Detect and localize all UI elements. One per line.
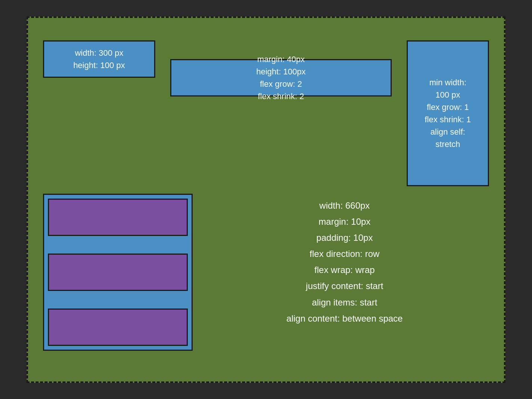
desc-line2: margin: 10px xyxy=(319,217,371,227)
desc-line3: padding: 10px xyxy=(317,233,373,243)
box3-line2: 100 px xyxy=(435,90,460,99)
desc-line5: flex wrap: wrap xyxy=(314,265,374,275)
box1-line1: width: 300 px xyxy=(75,48,123,58)
bottom-text-area: width: 660px margin: 10px padding: 10px … xyxy=(196,190,493,334)
box-2-text: margin: 40px height: 100px flex grow: 2 … xyxy=(256,53,306,102)
desc-line4: flex direction: row xyxy=(310,249,380,259)
bottom-description: width: 660px margin: 10px padding: 10px … xyxy=(287,197,403,327)
bottom-row: width: 660px margin: 10px padding: 10px … xyxy=(39,190,493,370)
box2-line1: margin: 40px xyxy=(257,55,305,64)
box2-line3: flex grow: 2 xyxy=(260,79,302,89)
top-row: width: 300 px height: 100 px margin: 40p… xyxy=(39,29,493,186)
desc-line7: align items: start xyxy=(312,297,377,307)
purple-box-2 xyxy=(48,254,188,291)
purple-box-1 xyxy=(48,199,188,236)
desc-line8: align content: between space xyxy=(287,313,403,323)
box-1-text: width: 300 px height: 100 px xyxy=(73,47,125,71)
box3-line5: align self: xyxy=(431,127,465,136)
box1-line2: height: 100 px xyxy=(73,61,125,70)
box2-line4: flex shrink: 2 xyxy=(258,92,304,101)
desc-line6: justify content: start xyxy=(306,281,383,291)
purple-box-3 xyxy=(48,309,188,346)
box3-line1: min width: xyxy=(429,78,466,87)
box-1: width: 300 px height: 100 px xyxy=(43,40,155,78)
outer-container: width: 300 px height: 100 px margin: 40p… xyxy=(27,16,505,383)
flex-container xyxy=(43,194,193,351)
box3-line3: flex grow: 1 xyxy=(427,102,469,112)
box2-line2: height: 100px xyxy=(256,67,306,76)
box3-line6: stretch xyxy=(435,139,460,149)
box3-line4: flex shrink: 1 xyxy=(425,115,471,124)
desc-line1: width: 660px xyxy=(319,200,370,211)
box-2: margin: 40px height: 100px flex grow: 2 … xyxy=(170,59,392,96)
box-3: min width: 100 px flex grow: 1 flex shri… xyxy=(407,40,489,186)
box-3-text: min width: 100 px flex grow: 1 flex shri… xyxy=(425,76,471,150)
